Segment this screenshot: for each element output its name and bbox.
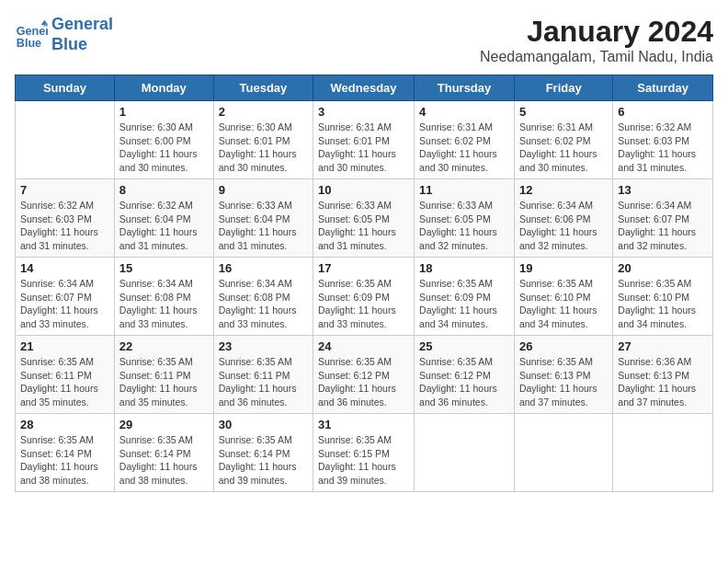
calendar-cell: 2Sunrise: 6:30 AM Sunset: 6:01 PM Daylig… xyxy=(213,101,313,179)
calendar-week-2: 7Sunrise: 6:32 AM Sunset: 6:03 PM Daylig… xyxy=(16,179,713,258)
day-info: Sunrise: 6:33 AM Sunset: 6:05 PM Dayligh… xyxy=(419,199,509,253)
calendar-week-3: 14Sunrise: 6:34 AM Sunset: 6:07 PM Dayli… xyxy=(16,258,713,336)
day-number: 24 xyxy=(318,339,409,353)
header-sunday: Sunday xyxy=(16,75,115,101)
day-info: Sunrise: 6:33 AM Sunset: 6:05 PM Dayligh… xyxy=(318,199,409,253)
header-saturday: Saturday xyxy=(613,75,713,101)
calendar-week-5: 28Sunrise: 6:35 AM Sunset: 6:14 PM Dayli… xyxy=(16,414,713,492)
calendar-cell: 28Sunrise: 6:35 AM Sunset: 6:14 PM Dayli… xyxy=(16,414,115,492)
day-number: 19 xyxy=(519,261,608,275)
day-number: 2 xyxy=(219,105,308,119)
calendar-cell: 22Sunrise: 6:35 AM Sunset: 6:11 PM Dayli… xyxy=(114,336,213,414)
day-number: 14 xyxy=(20,261,109,275)
calendar-cell: 3Sunrise: 6:31 AM Sunset: 6:01 PM Daylig… xyxy=(313,101,415,179)
calendar-cell: 23Sunrise: 6:35 AM Sunset: 6:11 PM Dayli… xyxy=(213,336,313,414)
calendar-week-1: 1Sunrise: 6:30 AM Sunset: 6:00 PM Daylig… xyxy=(16,101,713,179)
logo-blue: Blue xyxy=(51,35,113,55)
day-number: 5 xyxy=(519,105,608,119)
day-number: 11 xyxy=(419,183,509,197)
day-info: Sunrise: 6:32 AM Sunset: 6:03 PM Dayligh… xyxy=(20,199,109,253)
calendar-cell: 18Sunrise: 6:35 AM Sunset: 6:09 PM Dayli… xyxy=(415,258,515,336)
day-number: 12 xyxy=(519,183,608,197)
day-info: Sunrise: 6:35 AM Sunset: 6:11 PM Dayligh… xyxy=(119,355,209,409)
calendar-week-4: 21Sunrise: 6:35 AM Sunset: 6:11 PM Dayli… xyxy=(16,336,713,414)
calendar-cell: 30Sunrise: 6:35 AM Sunset: 6:14 PM Dayli… xyxy=(213,414,313,492)
day-info: Sunrise: 6:35 AM Sunset: 6:09 PM Dayligh… xyxy=(419,277,509,331)
svg-text:Blue: Blue xyxy=(17,36,41,49)
calendar-cell: 31Sunrise: 6:35 AM Sunset: 6:15 PM Dayli… xyxy=(313,414,415,492)
day-number: 16 xyxy=(219,261,308,275)
day-number: 9 xyxy=(219,183,308,197)
calendar-cell: 25Sunrise: 6:35 AM Sunset: 6:12 PM Dayli… xyxy=(415,336,515,414)
day-info: Sunrise: 6:34 AM Sunset: 6:08 PM Dayligh… xyxy=(119,277,209,331)
day-number: 18 xyxy=(419,261,509,275)
calendar-header-row: SundayMondayTuesdayWednesdayThursdayFrid… xyxy=(16,75,713,101)
calendar-cell: 24Sunrise: 6:35 AM Sunset: 6:12 PM Dayli… xyxy=(313,336,415,414)
day-number: 26 xyxy=(519,339,608,353)
day-number: 15 xyxy=(119,261,209,275)
day-info: Sunrise: 6:30 AM Sunset: 6:00 PM Dayligh… xyxy=(119,121,209,175)
day-number: 20 xyxy=(618,261,708,275)
day-number: 23 xyxy=(219,339,308,353)
header-thursday: Thursday xyxy=(415,75,515,101)
calendar-cell: 14Sunrise: 6:34 AM Sunset: 6:07 PM Dayli… xyxy=(16,258,115,336)
day-info: Sunrise: 6:32 AM Sunset: 6:03 PM Dayligh… xyxy=(618,121,708,175)
header-tuesday: Tuesday xyxy=(213,75,313,101)
calendar-cell: 21Sunrise: 6:35 AM Sunset: 6:11 PM Dayli… xyxy=(16,336,115,414)
calendar-cell: 11Sunrise: 6:33 AM Sunset: 6:05 PM Dayli… xyxy=(415,179,515,258)
day-number: 27 xyxy=(618,339,708,353)
page-subtitle: Needamangalam, Tamil Nadu, India xyxy=(480,49,713,65)
day-number: 8 xyxy=(119,183,209,197)
day-info: Sunrise: 6:35 AM Sunset: 6:10 PM Dayligh… xyxy=(519,277,608,331)
calendar-cell: 20Sunrise: 6:35 AM Sunset: 6:10 PM Dayli… xyxy=(613,258,713,336)
title-block: January 2024 Needamangalam, Tamil Nadu, … xyxy=(480,15,713,65)
day-info: Sunrise: 6:35 AM Sunset: 6:11 PM Dayligh… xyxy=(219,355,308,409)
day-info: Sunrise: 6:35 AM Sunset: 6:14 PM Dayligh… xyxy=(20,433,109,488)
day-info: Sunrise: 6:33 AM Sunset: 6:04 PM Dayligh… xyxy=(219,199,308,253)
day-number: 7 xyxy=(20,183,109,197)
calendar-cell: 10Sunrise: 6:33 AM Sunset: 6:05 PM Dayli… xyxy=(313,179,415,258)
page-title: January 2024 xyxy=(480,15,713,49)
day-info: Sunrise: 6:34 AM Sunset: 6:06 PM Dayligh… xyxy=(519,199,608,253)
calendar-cell: 27Sunrise: 6:36 AM Sunset: 6:13 PM Dayli… xyxy=(613,336,713,414)
calendar-cell: 12Sunrise: 6:34 AM Sunset: 6:06 PM Dayli… xyxy=(514,179,612,258)
day-info: Sunrise: 6:35 AM Sunset: 6:10 PM Dayligh… xyxy=(618,277,708,331)
calendar-cell: 5Sunrise: 6:31 AM Sunset: 6:02 PM Daylig… xyxy=(514,101,612,179)
day-info: Sunrise: 6:35 AM Sunset: 6:15 PM Dayligh… xyxy=(318,433,409,488)
day-number: 17 xyxy=(318,261,409,275)
calendar-cell xyxy=(613,414,713,492)
logo-general: General xyxy=(51,15,113,35)
calendar-cell: 13Sunrise: 6:34 AM Sunset: 6:07 PM Dayli… xyxy=(613,179,713,258)
day-info: Sunrise: 6:31 AM Sunset: 6:01 PM Dayligh… xyxy=(318,121,409,175)
day-number: 30 xyxy=(219,418,308,431)
day-info: Sunrise: 6:35 AM Sunset: 6:14 PM Dayligh… xyxy=(219,433,308,488)
day-info: Sunrise: 6:35 AM Sunset: 6:09 PM Dayligh… xyxy=(318,277,409,331)
day-info: Sunrise: 6:31 AM Sunset: 6:02 PM Dayligh… xyxy=(419,121,509,175)
day-info: Sunrise: 6:34 AM Sunset: 6:07 PM Dayligh… xyxy=(618,199,708,253)
day-number: 22 xyxy=(119,339,209,353)
calendar-cell: 4Sunrise: 6:31 AM Sunset: 6:02 PM Daylig… xyxy=(415,101,515,179)
day-info: Sunrise: 6:35 AM Sunset: 6:12 PM Dayligh… xyxy=(318,355,409,409)
day-number: 25 xyxy=(419,339,509,353)
header-friday: Friday xyxy=(514,75,612,101)
calendar-cell: 16Sunrise: 6:34 AM Sunset: 6:08 PM Dayli… xyxy=(213,258,313,336)
day-number: 13 xyxy=(618,183,708,197)
day-info: Sunrise: 6:32 AM Sunset: 6:04 PM Dayligh… xyxy=(119,199,209,253)
day-number: 4 xyxy=(419,105,509,119)
calendar-table: SundayMondayTuesdayWednesdayThursdayFrid… xyxy=(15,75,713,492)
logo: General Blue General Blue xyxy=(15,15,113,54)
day-info: Sunrise: 6:35 AM Sunset: 6:12 PM Dayligh… xyxy=(419,355,509,409)
day-number: 10 xyxy=(318,183,409,197)
day-number: 29 xyxy=(119,418,209,431)
day-number: 3 xyxy=(318,105,409,119)
calendar-cell: 8Sunrise: 6:32 AM Sunset: 6:04 PM Daylig… xyxy=(114,179,213,258)
day-number: 21 xyxy=(20,339,109,353)
calendar-cell: 1Sunrise: 6:30 AM Sunset: 6:00 PM Daylig… xyxy=(114,101,213,179)
day-number: 28 xyxy=(20,418,109,431)
calendar-cell: 7Sunrise: 6:32 AM Sunset: 6:03 PM Daylig… xyxy=(16,179,115,258)
day-info: Sunrise: 6:36 AM Sunset: 6:13 PM Dayligh… xyxy=(618,355,708,409)
calendar-cell: 19Sunrise: 6:35 AM Sunset: 6:10 PM Dayli… xyxy=(514,258,612,336)
day-number: 6 xyxy=(618,105,708,119)
header-wednesday: Wednesday xyxy=(313,75,415,101)
day-info: Sunrise: 6:34 AM Sunset: 6:07 PM Dayligh… xyxy=(20,277,109,331)
